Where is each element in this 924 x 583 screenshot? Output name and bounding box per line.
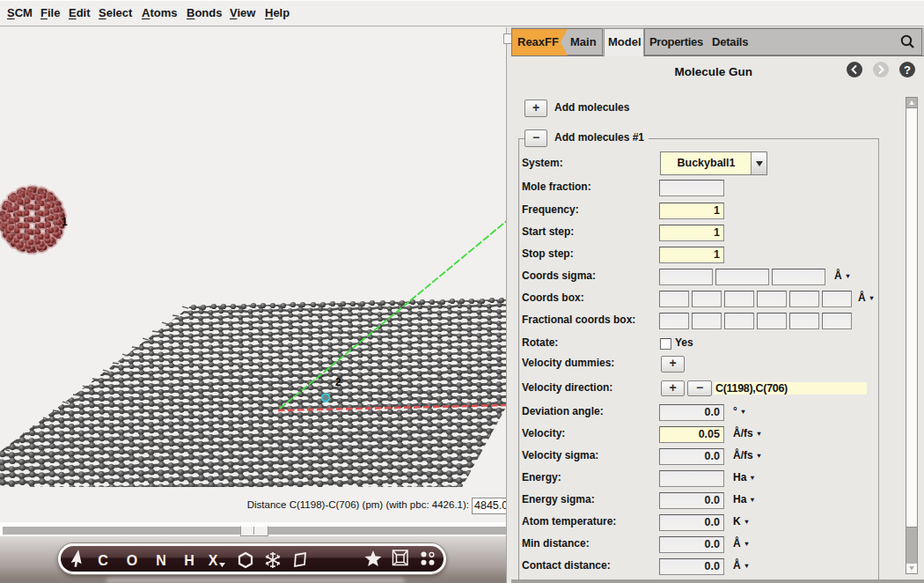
svg-text:1: 1 [62, 216, 68, 228]
svg-text:X: X [209, 553, 218, 568]
svg-text:C: C [98, 553, 108, 568]
svg-text:?: ? [904, 63, 911, 77]
svg-text:H: H [184, 553, 194, 568]
svg-text:O: O [127, 553, 137, 568]
svg-text:N: N [156, 553, 166, 568]
svg-text:2: 2 [335, 376, 341, 388]
